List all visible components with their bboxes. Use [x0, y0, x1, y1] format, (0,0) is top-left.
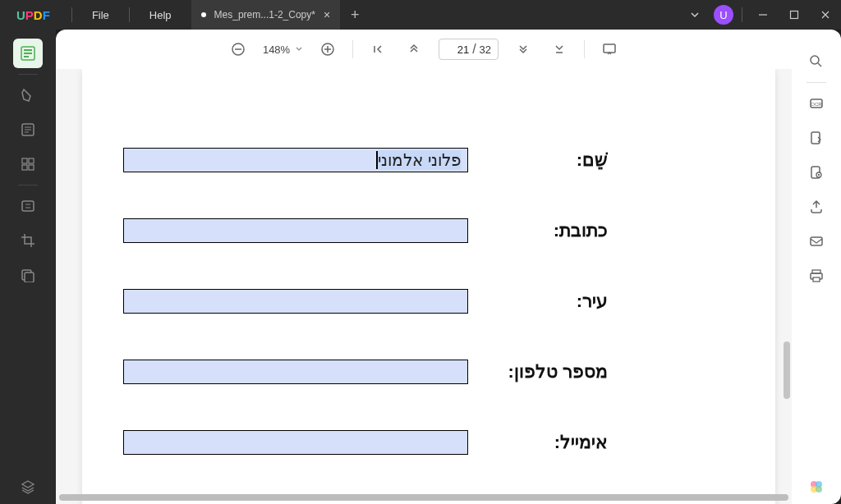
svg-rect-4 [24, 56, 29, 57]
close-tab-icon[interactable]: × [324, 8, 330, 21]
vertical-scrollbar[interactable] [784, 341, 790, 399]
svg-rect-22 [818, 174, 820, 176]
page-tool-button[interactable] [13, 149, 43, 179]
separator [18, 74, 38, 75]
form-tool-button[interactable] [13, 191, 43, 221]
maximize-button[interactable] [779, 0, 810, 30]
name-label: שֵׁם: [501, 149, 608, 171]
minimize-button[interactable] [747, 0, 779, 30]
pdf-page: שֵׁם: פלוני אלמוני כתובת: עיר: מספר טלפו… [82, 69, 775, 504]
next-page-button[interactable] [512, 38, 535, 61]
svg-rect-26 [813, 277, 820, 282]
page-separator: / [472, 42, 476, 57]
first-page-button[interactable] [366, 38, 389, 61]
svg-rect-7 [29, 158, 34, 163]
page-number-box: / 32 [439, 39, 499, 60]
user-avatar[interactable]: U [714, 5, 733, 25]
svg-rect-10 [22, 201, 34, 211]
phone-label: מספר טלפון: [501, 361, 608, 383]
city-field[interactable] [123, 289, 468, 314]
search-button[interactable] [802, 47, 831, 76]
ocr-button[interactable]: OCR [802, 89, 831, 118]
svg-text:OCR: OCR [811, 102, 822, 107]
print-button[interactable] [802, 261, 831, 291]
separator [742, 7, 742, 22]
svg-point-30 [816, 486, 822, 493]
add-tab-button[interactable]: + [340, 0, 370, 30]
svg-rect-15 [604, 44, 615, 53]
zoom-level-dropdown[interactable]: 148% [263, 44, 303, 56]
redact-tool-button[interactable] [13, 260, 43, 290]
name-field[interactable]: פלוני אלמוני [123, 148, 468, 172]
page-total: 32 [480, 44, 491, 56]
svg-rect-12 [25, 273, 34, 282]
page-input[interactable] [446, 44, 469, 56]
share-button[interactable] [802, 192, 831, 222]
email-button[interactable] [802, 227, 831, 256]
last-page-button[interactable] [548, 38, 571, 61]
zoom-in-button[interactable] [316, 38, 339, 61]
modified-indicator-icon [201, 12, 206, 17]
separator [71, 7, 72, 22]
close-button[interactable] [810, 0, 841, 30]
app-logo: UPDF [0, 8, 67, 22]
presentation-button[interactable] [598, 38, 621, 61]
prev-page-button[interactable] [402, 38, 425, 61]
chevron-down-icon[interactable] [679, 0, 710, 30]
svg-rect-6 [22, 158, 27, 163]
svg-rect-0 [791, 11, 798, 19]
email-label: אימייל: [501, 432, 608, 453]
svg-rect-8 [22, 165, 27, 170]
menu-file[interactable]: File [77, 9, 124, 21]
separator [18, 185, 38, 186]
separator [807, 82, 826, 83]
svg-rect-2 [24, 49, 32, 51]
email-field[interactable] [123, 430, 468, 455]
protect-button[interactable] [802, 158, 831, 187]
address-label: כתובת: [501, 220, 608, 241]
tab-title: Mes_prem...1-2_Copy* [214, 9, 315, 21]
phone-field[interactable] [123, 360, 468, 384]
crop-tool-button[interactable] [13, 226, 43, 255]
zoom-out-button[interactable] [227, 38, 250, 61]
svg-rect-3 [24, 53, 32, 54]
svg-rect-23 [811, 237, 822, 245]
thumbnail-panel-button[interactable] [13, 39, 43, 68]
separator [129, 7, 130, 22]
separator [352, 40, 353, 58]
chevron-down-icon [295, 45, 303, 53]
layers-button[interactable] [13, 472, 43, 502]
city-label: עיר: [501, 291, 608, 312]
document-tab[interactable]: Mes_prem...1-2_Copy* × [191, 0, 341, 30]
menu-help[interactable]: Help [135, 9, 186, 21]
separator [584, 40, 585, 58]
convert-button[interactable] [802, 123, 831, 153]
flower-icon[interactable] [802, 472, 831, 502]
address-field[interactable] [123, 218, 468, 243]
edit-tool-button[interactable] [13, 115, 43, 144]
svg-point-16 [811, 56, 819, 64]
horizontal-scrollbar[interactable] [59, 494, 788, 501]
comment-tool-button[interactable] [13, 80, 43, 110]
svg-rect-9 [29, 165, 34, 170]
